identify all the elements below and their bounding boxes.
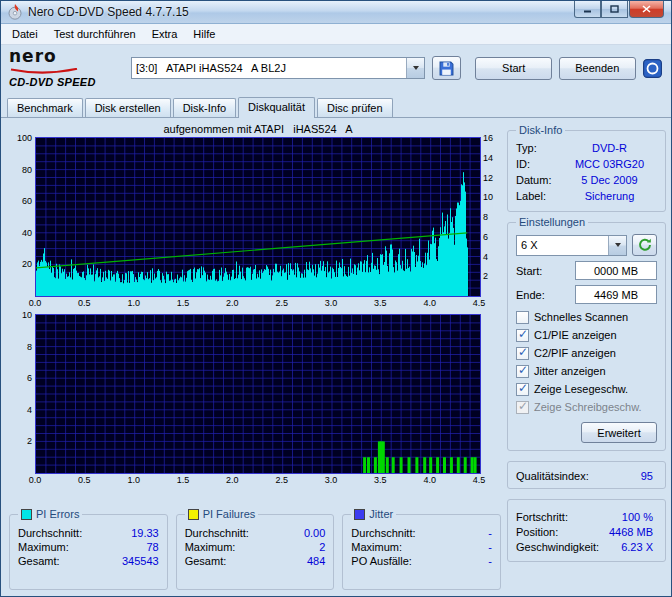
app-icon <box>7 4 23 20</box>
device-select[interactable]: [3:0] ATAPI iHAS524 A BL2J <box>131 57 425 79</box>
pi-errors-panel-title: PI Errors <box>36 508 79 520</box>
start-button[interactable]: Start <box>475 57 552 80</box>
stat-label: Durchschnitt: <box>351 527 415 539</box>
position-label: Position: <box>516 526 558 538</box>
disk-date-value: 5 Dec 2009 <box>562 174 657 186</box>
stat-label: Gesamt: <box>185 555 227 567</box>
checkbox-icon <box>516 311 529 324</box>
checkbox-label: Jitter anzeigen <box>534 365 606 377</box>
device-select-value: [3:0] ATAPI iHAS524 A BL2J <box>132 62 406 74</box>
settings-panel: Einstellungen 6 X Start: 000 <box>507 222 666 451</box>
stat-label: Durchschnitt: <box>18 527 82 539</box>
tab-diskqualitaet[interactable]: Diskqualität <box>238 97 315 118</box>
position-value: 4468 MB <box>609 526 657 538</box>
chevron-down-icon[interactable] <box>608 236 626 255</box>
titlebar: Nero CD-DVD Speed 4.7.7.15 <box>1 1 671 24</box>
tab-benchmark[interactable]: Benchmark <box>7 98 83 117</box>
speed-y-axis-right: 246810121416 <box>481 137 499 297</box>
minimize-icon <box>583 6 592 13</box>
stat-value: - <box>488 555 492 567</box>
stat-label: Durchschnitt: <box>185 527 249 539</box>
nero-toolbar-icon[interactable] <box>643 58 663 79</box>
speed-label: Geschwindigkeit: <box>516 541 599 553</box>
end-position-label: Ende: <box>516 289 545 301</box>
nero-logo: nero CD-DVD SPEED <box>9 48 124 88</box>
jitter-legend-swatch <box>354 509 365 520</box>
menu-test-durchfuehren[interactable]: Test durchführen <box>46 26 144 42</box>
pi-failures-y-axis-right <box>481 314 499 474</box>
window-title: Nero CD-DVD Speed 4.7.7.15 <box>28 5 574 19</box>
pi-failures-panel: PI Failures Durchschnitt:0.00 Maximum:2 … <box>176 514 335 590</box>
disk-info-title: Disk-Info <box>516 124 565 136</box>
stat-value: 0.00 <box>304 527 325 539</box>
disk-id-label: ID: <box>516 158 562 170</box>
menu-hilfe[interactable]: Hilfe <box>185 26 223 42</box>
minimize-button[interactable] <box>574 1 601 18</box>
scan-speed-value: 6 X <box>517 239 608 251</box>
checkbox-icon <box>516 383 529 396</box>
disk-label-value: Sicherung <box>562 190 657 202</box>
stat-value: 484 <box>307 555 325 567</box>
disk-date-label: Datum: <box>516 174 562 186</box>
speed-value: 6.23 X <box>621 541 657 553</box>
stat-value: 345543 <box>122 555 159 567</box>
pi-errors-panel: PI Errors Durchschnitt:19.33 Maximum:78 … <box>9 514 168 590</box>
disk-info-panel: Disk-Info Typ:DVD-R ID:MCC 03RG20 Datum:… <box>507 130 666 212</box>
tab-disk-info[interactable]: Disk-Info <box>173 98 236 117</box>
quality-index-value: 95 <box>641 470 657 482</box>
stat-label: PO Ausfälle: <box>351 555 412 567</box>
stat-value: - <box>488 541 492 553</box>
settings-title: Einstellungen <box>516 216 588 228</box>
stat-label: Maximum: <box>351 541 402 553</box>
tab-disk-erstellen[interactable]: Disk erstellen <box>85 98 171 117</box>
start-position-label: Start: <box>516 265 542 277</box>
save-icon <box>439 61 454 76</box>
checkbox-jitter-anzeigen[interactable]: Jitter anzeigen <box>516 363 657 379</box>
checkbox-zeige-schreibgeschw: Zeige Schreibgeschw. <box>516 399 657 415</box>
stat-value: 78 <box>146 541 158 553</box>
nero-logo-sub: CD-DVD SPEED <box>9 77 124 88</box>
disc-quality-page: aufgenommen mit ATAPI iHAS524 A 20406080… <box>1 118 671 596</box>
chart-title: aufgenommen mit ATAPI iHAS524 A <box>35 123 481 137</box>
pi-failures-panel-title: PI Failures <box>203 508 256 520</box>
tab-disc-pruefen[interactable]: Disc prüfen <box>317 98 393 117</box>
checkbox-c1-pie-anzeigen[interactable]: C1/PIE anzeigen <box>516 327 657 343</box>
start-position-input[interactable]: 0000 MB <box>575 261 657 280</box>
advanced-button[interactable]: Erweitert <box>581 422 657 443</box>
checkbox-zeige-lesegeschw[interactable]: Zeige Lesegeschw. <box>516 381 657 397</box>
pi-errors-y-axis-left: 20406080100 <box>9 137 35 297</box>
menu-datei[interactable]: Datei <box>4 26 46 42</box>
progress-label: Fortschritt: <box>516 511 568 523</box>
checkbox-label: Zeige Schreibgeschw. <box>534 401 642 413</box>
disk-label-label: Label: <box>516 190 562 202</box>
quality-index-panel: Qualitätsindex: 95 <box>507 461 666 489</box>
exit-button[interactable]: Beenden <box>559 57 636 80</box>
maximize-icon <box>610 5 619 13</box>
checkbox-label: C2/PIF anzeigen <box>534 347 616 359</box>
stat-value: 2 <box>319 541 325 553</box>
app-window: Nero CD-DVD Speed 4.7.7.15 Datei Test du… <box>0 0 672 597</box>
progress-panel: Fortschritt:100 % Position:4468 MB Gesch… <box>507 499 666 562</box>
end-position-input[interactable]: 4469 MB <box>575 285 657 304</box>
menu-extra[interactable]: Extra <box>144 26 186 42</box>
scan-speed-select[interactable]: 6 X <box>516 235 627 256</box>
refresh-button[interactable] <box>632 234 657 256</box>
stat-value: - <box>488 527 492 539</box>
close-button[interactable] <box>629 1 664 18</box>
stats-row: PI Errors Durchschnitt:19.33 Maximum:78 … <box>9 514 501 590</box>
quality-index-label: Qualitätsindex: <box>516 470 589 482</box>
checkbox-label: Schnelles Scannen <box>534 311 628 323</box>
stat-value: 19.33 <box>131 527 159 539</box>
chevron-down-icon[interactable] <box>406 58 424 78</box>
pi-failures-x-axis: 0.00.51.01.52.02.53.03.54.04.5 <box>35 474 481 487</box>
checkbox-c2-pif-anzeigen[interactable]: C2/PIF anzeigen <box>516 345 657 361</box>
stat-label: Maximum: <box>185 541 236 553</box>
checkbox-schnelles-scannen[interactable]: Schnelles Scannen <box>516 309 657 325</box>
pi-failures-y-axis-left: 246810 <box>9 314 35 474</box>
disk-type-label: Typ: <box>516 142 562 154</box>
pi-failures-legend-swatch <box>188 509 199 520</box>
maximize-button[interactable] <box>601 1 628 18</box>
save-button[interactable] <box>432 56 461 80</box>
jitter-panel-title: Jitter <box>369 508 393 520</box>
refresh-icon <box>638 238 652 252</box>
